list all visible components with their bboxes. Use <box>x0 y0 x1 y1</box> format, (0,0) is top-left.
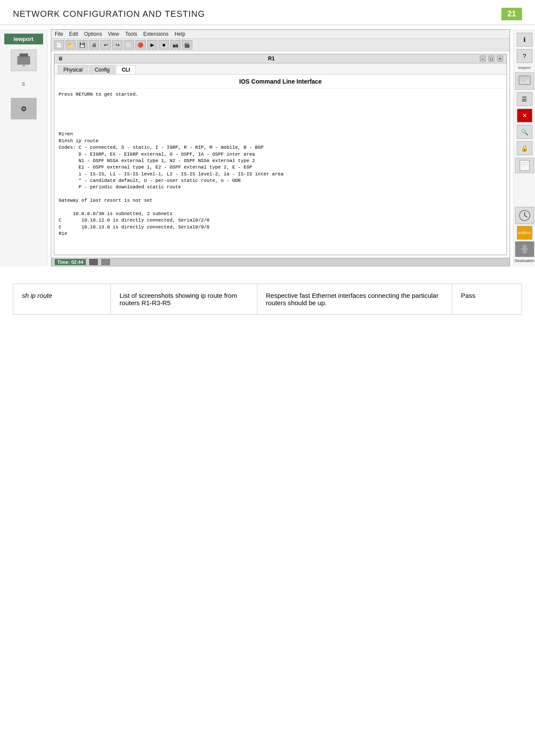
lock-icon-button[interactable]: 🔒 <box>517 141 532 155</box>
table-section: sh ip route List of screenshots showing … <box>0 271 535 323</box>
close-button[interactable]: × <box>497 56 503 62</box>
packet-tracer-window: File Edit Options View Tools Extensions … <box>51 29 510 266</box>
sidebar-device-icon[interactable] <box>11 50 37 71</box>
gear-dark-icon <box>515 241 534 257</box>
menu-options[interactable]: Options <box>84 31 102 37</box>
cell-list: List of screenshots showing ip route fro… <box>111 284 257 315</box>
cell-command: sh ip route <box>13 284 111 315</box>
help-button[interactable]: ? <box>517 49 532 63</box>
toolbar-video[interactable]: 🎬 <box>182 40 192 50</box>
info-table: sh ip route List of screenshots showing … <box>13 284 522 315</box>
router-titlebar: 🖥 R1 – □ × <box>54 54 507 63</box>
sidebar-s-label: S <box>22 81 25 87</box>
toolbar-screenshot[interactable]: 📷 <box>170 40 181 50</box>
destination-label: Destination <box>515 259 534 263</box>
svg-line-13 <box>525 216 527 217</box>
toolbar-new[interactable]: 📄 <box>54 40 64 50</box>
svg-point-2 <box>22 64 25 67</box>
time-display: Time: 02:44 <box>55 259 86 265</box>
sidebar-settings-icon[interactable]: ⚙ <box>11 98 37 119</box>
cli-header: IOS Command Line Interface <box>54 75 507 89</box>
cli-body[interactable]: Press RETURN to get started. R1>en R1#sh… <box>54 89 507 240</box>
menu-tools[interactable]: Tools <box>125 31 137 37</box>
bottom-bar: Time: 02:44 <box>51 258 510 266</box>
page-header: NETWORK CONFIGURATION AND TESTING 21 <box>0 0 535 25</box>
toolbar-btn3[interactable]: ▶ <box>147 40 157 50</box>
toolbar-save[interactable]: 💾 <box>77 40 88 50</box>
router-title: R1 <box>268 56 275 62</box>
cell-result: Pass <box>452 284 522 315</box>
realtime-button[interactable]: ealtime <box>517 226 532 240</box>
viewport-label: iewport <box>515 66 534 70</box>
menu-file[interactable]: File <box>55 31 63 37</box>
svg-rect-7 <box>520 160 529 171</box>
svg-rect-1 <box>19 53 28 57</box>
viewport-icon <box>515 72 534 90</box>
status-icon1 <box>89 259 98 265</box>
right-sidebar: ℹ ? iewport ☰ ✕ 🔍 🔒 ealtime <box>513 29 535 266</box>
toolbar-print[interactable]: 🖨 <box>89 40 99 50</box>
toolbar-undo[interactable]: ↩ <box>100 40 111 50</box>
router-tabs: Physical Config CLI <box>54 63 507 75</box>
cell-description: Respective fast Ethernet interfaces conn… <box>257 284 452 315</box>
router-window: 🖥 R1 – □ × Physical Config CLI IOS Comma… <box>54 54 507 255</box>
pt-toolbar: 📄 📂 💾 🖨 ↩ ↪ ⚪ 🔴 ▶ ■ 📷 🎬 <box>51 39 510 51</box>
search-icon-button[interactable]: 🔍 <box>517 125 532 139</box>
svg-rect-0 <box>17 56 30 65</box>
list-icon-button[interactable]: ☰ <box>517 92 532 106</box>
notes-icon <box>515 158 534 173</box>
tab-cli[interactable]: CLI <box>116 65 135 74</box>
pt-menubar: File Edit Options View Tools Extensions … <box>51 30 510 39</box>
maximize-button[interactable]: □ <box>488 56 494 62</box>
main-content: iewport S ⚙ File Edit Options View Tools… <box>0 25 535 266</box>
logical-button[interactable]: iewport <box>4 34 43 44</box>
toolbar-open[interactable]: 📂 <box>66 40 76 50</box>
tab-physical[interactable]: Physical <box>58 65 88 74</box>
left-sidebar: iewport S ⚙ <box>0 29 47 266</box>
menu-help[interactable]: Help <box>175 31 185 37</box>
toolbar-redo[interactable]: ↪ <box>112 40 122 50</box>
toolbar-btn2[interactable]: 🔴 <box>135 40 146 50</box>
toolbar-btn1[interactable]: ⚪ <box>124 40 134 50</box>
table-row: sh ip route List of screenshots showing … <box>13 284 522 315</box>
page-title: NETWORK CONFIGURATION AND TESTING <box>13 9 205 19</box>
toolbar-btn4[interactable]: ■ <box>159 40 169 50</box>
close-icon-button[interactable]: ✕ <box>517 109 532 122</box>
minimize-button[interactable]: – <box>480 56 486 62</box>
page-number: 21 <box>501 8 522 20</box>
status-icon2 <box>101 259 110 265</box>
info-button[interactable]: ℹ <box>517 33 532 47</box>
menu-view[interactable]: View <box>108 31 119 37</box>
menu-edit[interactable]: Edit <box>69 31 78 37</box>
tab-config[interactable]: Config <box>89 65 116 74</box>
menu-extensions[interactable]: Extensions <box>143 31 169 37</box>
realtime-icon <box>515 207 534 224</box>
router-controls: – □ × <box>480 56 503 62</box>
bottom-area: ealtime Destination <box>515 207 534 263</box>
